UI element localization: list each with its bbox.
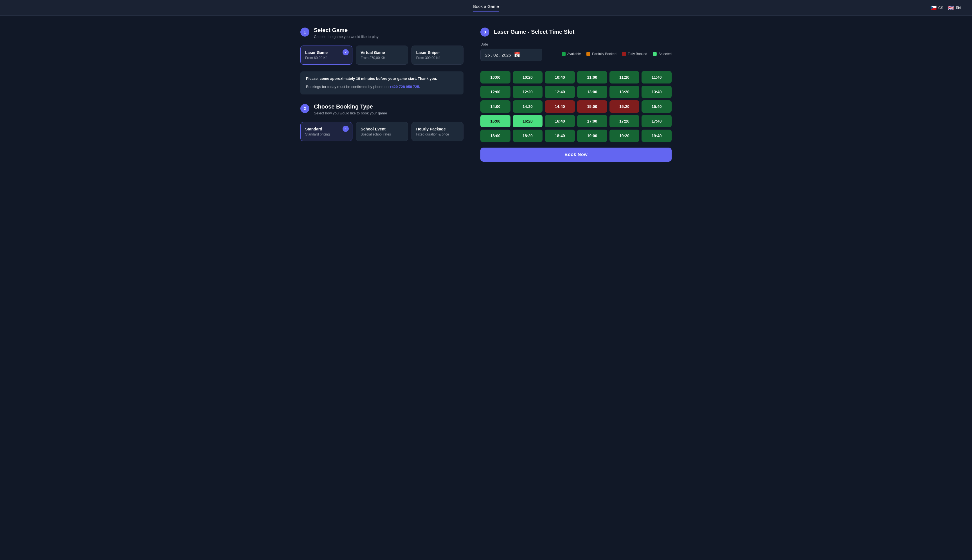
lang-cs-label: CS	[938, 6, 943, 10]
legend-full: Fully Booked	[622, 52, 647, 56]
legend-available: Available	[562, 52, 581, 56]
time-slot-1840[interactable]: 18:40	[545, 130, 575, 142]
game-card-virtual-game[interactable]: Virtual Game From 270,00 Kč	[356, 45, 408, 65]
info-phone: +420 728 958 725.	[389, 85, 420, 89]
en-flag-icon: 🇬🇧	[948, 5, 954, 11]
time-slot-1040[interactable]: 10:40	[545, 71, 575, 83]
nav-langs: 🇨🇿 CS 🇬🇧 EN	[930, 5, 961, 11]
booking-card-school-title: School Event	[361, 127, 403, 131]
booking-card-standard-title: Standard	[305, 127, 347, 131]
legend-available-label: Available	[567, 52, 581, 56]
info-text-line1: Please, come approximately 10 minutes be…	[306, 76, 458, 82]
calendar-icon: 📅	[514, 52, 520, 58]
time-slot-1300[interactable]: 13:00	[577, 86, 607, 98]
legend-available-dot	[562, 52, 566, 56]
time-slot-1000[interactable]: 10:00	[480, 71, 511, 83]
step1-title: Select Game	[314, 27, 379, 33]
game-card-virtual-game-title: Virtual Game	[361, 50, 403, 55]
time-slot-1700[interactable]: 17:00	[577, 115, 607, 127]
time-slot-1720[interactable]: 17:20	[610, 115, 640, 127]
lang-en-label: EN	[956, 6, 961, 10]
booking-card-hourly-title: Hourly Package	[416, 127, 459, 131]
book-now-button[interactable]: Book Now	[480, 148, 671, 162]
legend: Available Partially Booked Fully Booked …	[562, 52, 671, 56]
navbar: Book a Game 🇨🇿 CS 🇬🇧 EN	[0, 0, 972, 16]
time-slot-1320[interactable]: 13:20	[610, 86, 640, 98]
step3-badge: 3	[480, 28, 489, 37]
nav-center: Book a Game	[473, 4, 499, 12]
time-slot-1940[interactable]: 19:40	[641, 130, 671, 142]
time-slot-1020[interactable]: 10:20	[513, 71, 543, 83]
main-content: 1 Select Game Choose the game you would …	[284, 16, 688, 173]
game-card-laser-sniper-title: Laser Sniper	[416, 50, 459, 55]
step1-header: 1 Select Game Choose the game you would …	[301, 27, 464, 39]
legend-full-dot	[622, 52, 626, 56]
game-card-laser-game-title: Laser Game	[305, 50, 347, 55]
info-box: Please, come approximately 10 minutes be…	[301, 72, 464, 95]
booking-card-hourly-package[interactable]: Hourly Package Fixed duration & price	[411, 122, 464, 141]
time-grid: 10:0010:2010:4011:0011:2011:4012:0012:20…	[480, 71, 671, 142]
legend-selected: Selected	[653, 52, 671, 56]
time-slot-1620[interactable]: 16:20	[513, 115, 543, 127]
nav-underline	[473, 11, 499, 12]
game-options: Laser Game From 60,00 Kč ✓ Virtual Game …	[301, 45, 464, 65]
cs-flag-icon: 🇨🇿	[930, 5, 937, 11]
legend-partial: Partially Booked	[586, 52, 616, 56]
right-panel: 3 Laser Game - Select Time Slot Date 25 …	[480, 27, 671, 162]
time-slot-1200[interactable]: 12:00	[480, 86, 511, 98]
legend-selected-dot	[653, 52, 657, 56]
game-card-laser-sniper-price: From 300,00 Kč	[416, 56, 459, 60]
lang-cs-button[interactable]: 🇨🇿 CS	[930, 5, 943, 11]
legend-partial-dot	[586, 52, 590, 56]
date-label: Date	[480, 42, 542, 47]
game-card-laser-game[interactable]: Laser Game From 60,00 Kč ✓	[301, 45, 352, 65]
game-card-laser-sniper[interactable]: Laser Sniper From 300,00 Kč	[411, 45, 464, 65]
step2-header: 2 Choose Booking Type Select how you wou…	[301, 103, 464, 115]
time-slot-1920[interactable]: 19:20	[610, 130, 640, 142]
nav-title: Book a Game	[473, 4, 499, 9]
booking-type-options: Standard Standard pricing ✓ School Event…	[301, 122, 464, 141]
date-input[interactable]: 25 . 02 . 2025 📅	[480, 48, 542, 61]
time-slot-1120[interactable]: 11:20	[610, 71, 640, 83]
time-slot-1100[interactable]: 11:00	[577, 71, 607, 83]
date-row: Date 25 . 02 . 2025 📅 Available Partiall…	[480, 42, 671, 65]
time-slot-1600[interactable]: 16:00	[480, 115, 511, 127]
lang-en-button[interactable]: 🇬🇧 EN	[948, 5, 961, 11]
date-value: 25 . 02 . 2025	[485, 53, 511, 57]
time-slot-1440[interactable]: 14:40	[545, 100, 575, 113]
step3-title: Laser Game - Select Time Slot	[494, 29, 575, 35]
time-slot-1740[interactable]: 17:40	[641, 115, 671, 127]
step1-title-block: Select Game Choose the game you would li…	[314, 27, 379, 39]
time-slot-1420[interactable]: 14:20	[513, 100, 543, 113]
game-card-laser-game-price: From 60,00 Kč	[305, 56, 347, 60]
booking-card-school-event[interactable]: School Event Special school rates	[356, 122, 408, 141]
booking-card-standard-sub: Standard pricing	[305, 132, 347, 136]
booking-card-hourly-sub: Fixed duration & price	[416, 132, 459, 136]
time-slot-1500[interactable]: 15:00	[577, 100, 607, 113]
time-slot-1220[interactable]: 12:20	[513, 86, 543, 98]
step2-badge: 2	[301, 104, 309, 113]
standard-check-icon: ✓	[342, 126, 349, 132]
game-card-virtual-game-price: From 270,00 Kč	[361, 56, 403, 60]
time-slot-1340[interactable]: 13:40	[641, 86, 671, 98]
date-section: Date 25 . 02 . 2025 📅	[480, 42, 542, 61]
booking-card-school-sub: Special school rates	[361, 132, 403, 136]
legend-partial-label: Partially Booked	[592, 52, 616, 56]
step1-subtitle: Choose the game you would like to play	[314, 35, 379, 39]
laser-game-check-icon: ✓	[342, 49, 349, 55]
time-slot-1900[interactable]: 19:00	[577, 130, 607, 142]
time-slot-1800[interactable]: 18:00	[480, 130, 511, 142]
booking-card-standard[interactable]: Standard Standard pricing ✓	[301, 122, 352, 141]
info-text-line2: Bookings for today must be confirmed by …	[306, 84, 458, 90]
time-slot-1400[interactable]: 14:00	[480, 100, 511, 113]
left-panel: 1 Select Game Choose the game you would …	[301, 27, 464, 162]
time-slot-1240[interactable]: 12:40	[545, 86, 575, 98]
time-slot-1540[interactable]: 15:40	[641, 100, 671, 113]
time-slot-1140[interactable]: 11:40	[641, 71, 671, 83]
step2-title: Choose Booking Type	[314, 103, 387, 110]
time-slot-1520[interactable]: 15:20	[610, 100, 640, 113]
time-slot-1640[interactable]: 16:40	[545, 115, 575, 127]
legend-selected-label: Selected	[658, 52, 671, 56]
time-slot-1820[interactable]: 18:20	[513, 130, 543, 142]
step2-title-block: Choose Booking Type Select how you would…	[314, 103, 387, 115]
